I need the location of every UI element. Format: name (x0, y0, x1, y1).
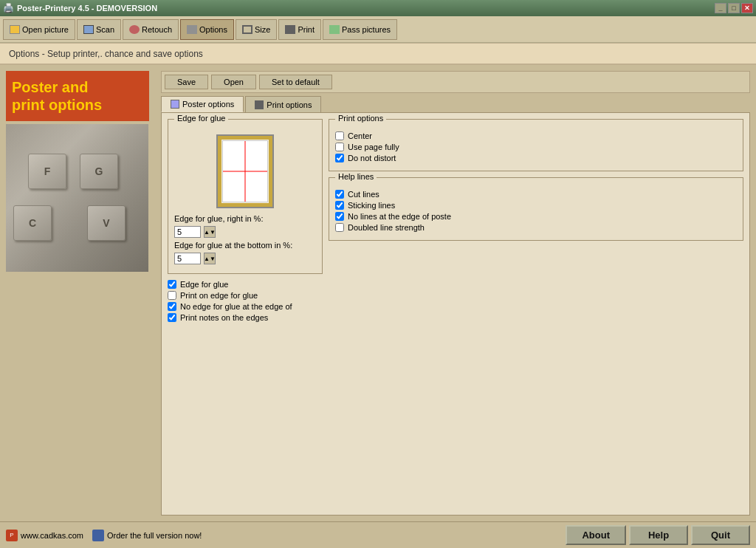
edge-right-input-row: ▲▼ (174, 226, 316, 238)
menu-open-picture[interactable]: Open picture (3, 19, 75, 40)
retouch-icon (129, 25, 140, 34)
tabs-container: Poster options Print options (161, 96, 750, 112)
maximize-button[interactable]: □ (728, 3, 740, 13)
main-layout: Poster and print options F G C V Save Op… (0, 65, 756, 521)
title-bar-text: Poster-Printery 4.5 - DEMOVERSION (17, 4, 157, 13)
keyboard-overlay (6, 124, 148, 272)
checkbox-doubled-line[interactable] (335, 223, 344, 232)
checkbox-edge-for-glue-label: Edge for glue (180, 280, 228, 289)
checkbox-do-not-distort[interactable] (335, 154, 344, 162)
edge-right-input[interactable] (174, 226, 201, 238)
order-icon (92, 530, 104, 541)
pass-pictures-icon (329, 25, 340, 34)
website-text: www.cadkas.com (21, 531, 83, 540)
checkbox-no-lines-edge-row: No lines at the edge of poste (335, 212, 737, 221)
menu-print-label: Print (298, 25, 315, 34)
edge-bottom-input[interactable] (174, 253, 201, 264)
tab-print-options[interactable]: Print options (245, 96, 321, 112)
edge-bottom-row: Edge for glue at the bottom in %: (174, 241, 316, 250)
checkbox-use-page[interactable] (335, 143, 344, 151)
edge-right-label: Edge for glue, right in %: (174, 214, 263, 223)
checkbox-print-on-edge-row: Print on edge for glue (168, 291, 323, 300)
open-picture-icon (10, 25, 20, 34)
about-button[interactable]: About (566, 525, 626, 545)
checkbox-no-lines-edge[interactable] (335, 212, 344, 221)
checkbox-no-edge-label: No edge for glue at the edge of (180, 302, 292, 311)
checkbox-print-on-edge[interactable] (168, 291, 176, 300)
tab-poster-options[interactable]: Poster options (161, 96, 244, 112)
checkbox-print-notes[interactable] (168, 313, 176, 322)
checkbox-no-lines-edge-label: No lines at the edge of poste (348, 212, 451, 221)
checkbox-cut-lines-label: Cut lines (348, 190, 379, 199)
print-options-group: Print options Center Use page fully Do n… (329, 119, 743, 171)
checkbox-no-edge-row: No edge for glue at the edge of (168, 302, 323, 311)
edge-bottom-input-row: ▲▼ (174, 253, 316, 264)
menu-pass-label: Pass pictures (342, 25, 391, 34)
checkbox-do-not-distort-label: Do not distort (348, 154, 396, 162)
save-button[interactable]: Save (165, 75, 208, 89)
edge-right-spin[interactable]: ▲▼ (204, 226, 216, 238)
minimize-button[interactable]: _ (715, 3, 726, 13)
checkbox-edge-for-glue[interactable] (168, 280, 176, 289)
checkbox-do-not-distort-row: Do not distort (335, 154, 737, 162)
menu-options-label: Options (199, 25, 227, 34)
bottom-bar: P www.cadkas.com Order the full version … (0, 521, 756, 548)
menu-open-label: Open picture (22, 25, 69, 34)
help-lines-group: Help lines Cut lines Sticking lines No l… (329, 177, 743, 241)
title-bar-controls[interactable]: _ □ ✕ (715, 3, 753, 13)
scan-icon (83, 25, 94, 34)
menu-retouch[interactable]: Retouch (123, 19, 179, 40)
poster-options-tab-icon (171, 100, 179, 109)
bottom-left: P www.cadkas.com Order the full version … (6, 530, 202, 541)
options-icon (187, 25, 197, 34)
close-button[interactable]: ✕ (741, 3, 753, 13)
checkbox-use-page-label: Use page fully (348, 143, 399, 151)
checkbox-print-notes-label: Print notes on the edges (180, 313, 268, 322)
menu-bar: Open picture Scan Retouch Options Size P… (0, 16, 756, 43)
tab-print-options-label: Print options (267, 100, 312, 109)
menu-print[interactable]: Print (278, 19, 321, 40)
glue-border (218, 136, 272, 207)
edge-for-glue-group: Edge for glue Edge for glue, right in %: (168, 119, 323, 274)
checkbox-center[interactable] (335, 131, 344, 140)
checkbox-sticking-lines-label: Sticking lines (348, 201, 395, 210)
checkbox-no-edge[interactable] (168, 302, 176, 311)
sidebar-title: Poster and print options (6, 71, 149, 121)
edge-bottom-spin[interactable]: ▲▼ (204, 253, 216, 264)
menu-retouch-label: Retouch (142, 25, 172, 34)
title-bar: 🖨️ Poster-Printery 4.5 - DEMOVERSION _ □… (0, 0, 756, 16)
menu-options[interactable]: Options (180, 19, 234, 40)
tab-poster-options-label: Poster options (182, 100, 234, 109)
set-to-default-button[interactable]: Set to default (259, 75, 332, 89)
menu-size[interactable]: Size (236, 19, 277, 40)
sidebar-title-line2: print options (12, 96, 143, 114)
checkbox-center-row: Center (335, 131, 737, 140)
quit-button[interactable]: Quit (691, 525, 750, 545)
help-button[interactable]: Help (629, 525, 688, 545)
app-icon: 🖨️ (3, 3, 14, 13)
size-icon (242, 25, 252, 34)
options-panel: Edge for glue Edge for glue, right in %: (161, 112, 750, 516)
checkbox-print-on-edge-label: Print on edge for glue (180, 291, 258, 300)
logo-icon: P (6, 530, 18, 541)
keyboard-image: F G C V (6, 124, 148, 272)
checkbox-doubled-line-label: Doubled line strength (348, 223, 425, 232)
sidebar-image: F G C V (6, 124, 148, 272)
order-text: Order the full version now! (107, 531, 202, 540)
checkbox-center-label: Center (348, 131, 372, 140)
checkbox-cut-lines-row: Cut lines (335, 190, 737, 199)
print-options-panel: Print options Center Use page fully Do n… (329, 119, 743, 509)
order-info: Order the full version now! (92, 530, 202, 541)
menu-pass-pictures[interactable]: Pass pictures (323, 19, 397, 40)
menu-scan[interactable]: Scan (77, 19, 121, 40)
open-button[interactable]: Open (211, 75, 256, 89)
checkbox-doubled-line-row: Doubled line strength (335, 223, 737, 232)
title-bar-left: 🖨️ Poster-Printery 4.5 - DEMOVERSION (3, 3, 157, 13)
menu-size-label: Size (255, 25, 270, 34)
checkbox-edge-for-glue-row: Edge for glue (168, 280, 323, 289)
status-text: Options - Setup printer,. chance and sav… (9, 49, 203, 59)
checkbox-sticking-lines[interactable] (335, 201, 344, 210)
menu-scan-label: Scan (96, 25, 114, 34)
checkbox-cut-lines[interactable] (335, 190, 344, 199)
edge-for-glue-title: Edge for glue (174, 114, 228, 123)
